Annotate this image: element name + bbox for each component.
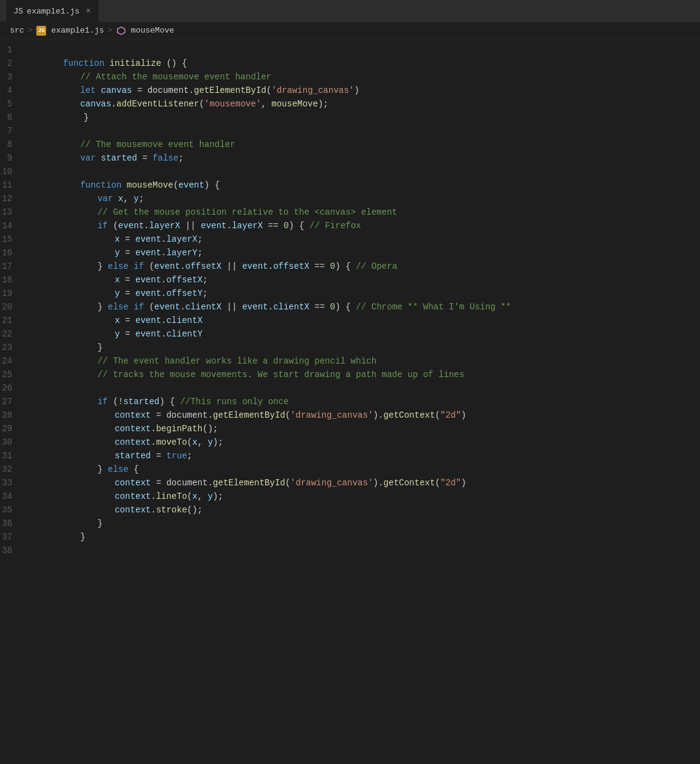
breadcrumb-func-name: mouseMove xyxy=(131,26,174,35)
line-num-19: 19 xyxy=(0,287,22,300)
line-num-10: 10 xyxy=(0,165,22,178)
line-num-26: 26 xyxy=(0,381,22,395)
code-content: function initialize () { // Attach the m… xyxy=(30,42,700,557)
line-num-11: 11 xyxy=(0,178,22,192)
code-line-38: initialize() xyxy=(30,544,700,557)
title-bar: JS example1.js × xyxy=(0,0,700,22)
editor-area: 1 2 3 4 5 6 7 8 9 10 11 12 13 14 15 16 1… xyxy=(0,39,700,557)
code-line-37 xyxy=(30,530,700,544)
code-line-1: function initialize () { xyxy=(30,43,700,57)
line-num-24: 24 xyxy=(0,354,22,368)
breadcrumb-js-badge: JS xyxy=(36,26,46,36)
line-num-23: 23 xyxy=(0,341,22,354)
line-num-5: 5 xyxy=(0,97,22,111)
line-numbers: 1 2 3 4 5 6 7 8 9 10 11 12 13 14 15 16 1… xyxy=(0,42,30,557)
line-num-21: 21 xyxy=(0,314,22,327)
breadcrumb-sep1: > xyxy=(28,26,33,35)
line-num-3: 3 xyxy=(0,70,22,84)
line-num-18: 18 xyxy=(0,273,22,287)
line-num-20: 20 xyxy=(0,300,22,314)
line-num-12: 12 xyxy=(0,192,22,205)
line-num-29: 29 xyxy=(0,422,22,436)
line-num-33: 33 xyxy=(0,476,22,490)
tab[interactable]: JS example1.js × xyxy=(6,0,98,22)
line-num-27: 27 xyxy=(0,395,22,408)
line-num-9: 9 xyxy=(0,151,22,165)
line-num-16: 16 xyxy=(0,246,22,260)
line-num-22: 22 xyxy=(0,327,22,341)
code-line-7: // The mousemove event handler xyxy=(30,124,700,138)
line-num-6: 6 xyxy=(0,111,22,124)
line-num-4: 4 xyxy=(0,84,22,97)
line-num-2: 2 xyxy=(0,57,22,70)
code-line-36: } xyxy=(30,517,700,530)
code-line-10: function mouseMove(event) { xyxy=(30,165,700,178)
tab-close-icon[interactable]: × xyxy=(86,6,90,16)
line-num-17: 17 xyxy=(0,260,22,273)
line-num-38: 38 xyxy=(0,544,22,557)
breadcrumb-sep2: > xyxy=(108,26,113,35)
line-num-35: 35 xyxy=(0,503,22,517)
code-line-6 xyxy=(30,111,700,124)
tab-js-badge: JS xyxy=(14,7,23,16)
breadcrumb-file: example1.js xyxy=(51,26,104,35)
line-num-13: 13 xyxy=(0,205,22,219)
breadcrumb-func-icon xyxy=(116,26,126,36)
line-num-37: 37 xyxy=(0,530,22,544)
line-num-1: 1 xyxy=(0,43,22,57)
breadcrumb-src: src xyxy=(10,26,24,35)
line-num-36: 36 xyxy=(0,517,22,530)
code-line-23: // The event handler works like a drawin… xyxy=(30,341,700,354)
tab-filename: example1.js xyxy=(27,7,80,16)
line-num-34: 34 xyxy=(0,490,22,503)
line-num-32: 32 xyxy=(0,463,22,476)
line-num-8: 8 xyxy=(0,138,22,151)
svg-marker-0 xyxy=(117,27,125,34)
breadcrumb: src > JS example1.js > mouseMove xyxy=(0,22,700,39)
line-num-7: 7 xyxy=(0,124,22,138)
line-num-28: 28 xyxy=(0,408,22,422)
line-num-25: 25 xyxy=(0,368,22,381)
line-num-30: 30 xyxy=(0,436,22,449)
line-num-31: 31 xyxy=(0,449,22,463)
line-num-15: 15 xyxy=(0,233,22,246)
line-num-14: 14 xyxy=(0,219,22,233)
code-line-26: if (!started) { //This runs only once xyxy=(30,381,700,395)
